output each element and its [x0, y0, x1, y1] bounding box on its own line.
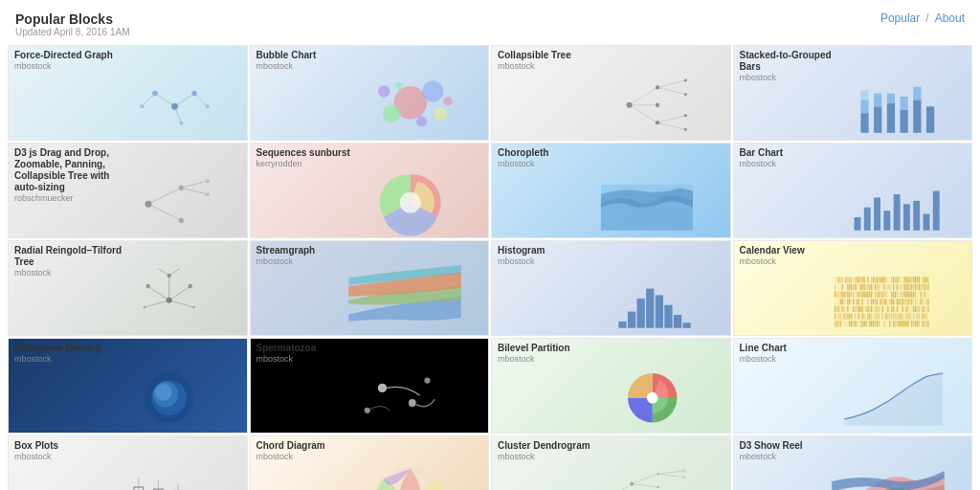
card-collapsible-tree[interactable]: Collapsible Treembostock: [491, 45, 731, 141]
card-bubble-chart[interactable]: Bubble Chartmbostock: [250, 45, 490, 141]
card-author: mbostock: [256, 354, 317, 364]
svg-rect-344: [900, 314, 901, 320]
svg-rect-261: [878, 321, 879, 326]
svg-rect-118: [841, 299, 842, 304]
svg-rect-418: [920, 292, 921, 298]
svg-rect-60: [883, 212, 890, 232]
svg-rect-168: [855, 306, 856, 312]
svg-rect-450: [927, 321, 928, 326]
card-sequences-sunburst[interactable]: Sequences sunburstkerryrodden: [250, 143, 490, 238]
svg-rect-357: [903, 306, 904, 312]
svg-rect-335: [898, 299, 899, 304]
svg-rect-369: [907, 292, 908, 298]
svg-point-29: [656, 120, 659, 123]
svg-rect-419: [920, 299, 921, 304]
svg-rect-144: [849, 284, 850, 290]
svg-rect-237: [873, 299, 874, 304]
card-title: Force-Directed Graph: [14, 50, 113, 61]
card-stacked-grouped-bars[interactable]: Stacked-to-Grouped Barsmbostock: [733, 45, 973, 141]
svg-point-482: [657, 486, 660, 489]
card-bar-chart[interactable]: Bar Chartmbostock: [733, 143, 973, 238]
svg-rect-241: [875, 277, 876, 282]
svg-rect-433: [924, 299, 924, 304]
card-force-directed-graph[interactable]: Force-Directed Graphmbostock: [8, 45, 248, 141]
card-author: mbostock: [256, 256, 316, 266]
svg-rect-120: [841, 314, 842, 320]
svg-rect-127: [843, 314, 844, 320]
svg-rect-213: [867, 277, 868, 282]
svg-rect-310: [891, 321, 892, 326]
svg-point-454: [155, 384, 172, 401]
card-hexagonal-binning[interactable]: Hexagonal Binningmbostock: [8, 338, 248, 434]
svg-rect-223: [869, 299, 870, 304]
card-title: Histogram: [498, 245, 545, 256]
svg-point-30: [684, 78, 687, 81]
svg-rect-217: [867, 306, 868, 312]
svg-rect-121: [841, 321, 842, 326]
card-author: robschmuecker: [14, 193, 129, 203]
svg-rect-272: [881, 299, 882, 304]
card-d3-drag-drop[interactable]: D3 js Drag and Drop, Zoomable, Panning, …: [8, 143, 248, 238]
svg-rect-394: [913, 321, 914, 326]
svg-rect-129: [845, 277, 846, 282]
svg-rect-402: [916, 277, 917, 282]
svg-point-459: [647, 391, 658, 403]
svg-line-21: [629, 104, 657, 122]
svg-rect-314: [893, 299, 894, 304]
nav-popular[interactable]: Popular: [880, 11, 920, 25]
card-radial-reingold[interactable]: Radial Reingold–Tilford Treembostock: [8, 240, 248, 336]
card-bilevel-partition[interactable]: Bilevel Partitionmbostock: [491, 338, 731, 434]
svg-rect-421: [920, 314, 921, 320]
svg-rect-289: [885, 321, 886, 326]
svg-rect-246: [875, 314, 876, 320]
svg-rect-182: [858, 306, 858, 312]
card-author: mbostock: [740, 159, 784, 168]
svg-line-24: [657, 115, 685, 122]
svg-rect-324: [895, 321, 896, 326]
nav-separator: /: [925, 11, 928, 25]
nav-about[interactable]: About: [935, 11, 965, 25]
svg-rect-265: [880, 299, 880, 304]
svg-rect-145: [849, 292, 850, 298]
card-streamgraph[interactable]: Streamgraphmbostock: [250, 240, 490, 336]
svg-rect-417: [920, 284, 921, 290]
svg-rect-336: [898, 306, 899, 312]
svg-rect-273: [881, 306, 882, 312]
svg-point-54: [206, 192, 210, 196]
svg-rect-143: [849, 277, 850, 282]
card-d3-show-reel[interactable]: D3 Show Reelmbostock: [733, 435, 973, 490]
card-cluster-dendrogram[interactable]: Cluster Dendrogrammbostock: [491, 435, 731, 490]
svg-line-472: [633, 475, 658, 484]
svg-rect-353: [903, 277, 904, 282]
svg-point-50: [145, 201, 151, 208]
svg-point-457: [365, 407, 370, 412]
svg-rect-393: [913, 314, 914, 320]
svg-rect-205: [863, 321, 864, 326]
card-box-plots[interactable]: Box Plotsmbostock: [8, 435, 248, 490]
svg-rect-214: [867, 284, 868, 290]
svg-rect-251: [876, 299, 877, 304]
svg-rect-332: [898, 277, 899, 282]
card-choropleth[interactable]: Choroplethmbostock: [491, 143, 731, 238]
svg-line-473: [633, 484, 658, 487]
svg-rect-106: [837, 314, 838, 320]
card-line-chart[interactable]: Line Chartmbostock: [733, 338, 973, 434]
svg-rect-349: [902, 299, 902, 304]
card-histogram[interactable]: Histogrammbostock: [491, 240, 731, 336]
svg-point-78: [144, 305, 146, 308]
card-title: Streamgraph: [256, 245, 316, 256]
card-chord-diagram[interactable]: Chord Diagrammbostock: [250, 435, 490, 490]
svg-rect-327: [896, 292, 897, 298]
svg-point-17: [396, 82, 404, 90]
card-title: Cluster Dendrogram: [498, 440, 590, 452]
svg-line-0: [175, 94, 195, 107]
card-spermatozoa[interactable]: Spermatozoambostock: [250, 338, 490, 434]
svg-rect-373: [907, 321, 908, 326]
svg-point-5: [172, 103, 179, 110]
svg-line-23: [657, 87, 685, 94]
svg-rect-264: [880, 292, 880, 298]
svg-rect-79: [618, 322, 626, 328]
svg-rect-429: [922, 321, 923, 326]
svg-rect-153: [851, 299, 852, 304]
card-calendar-view[interactable]: Calendar Viewmbostock: [733, 240, 973, 336]
